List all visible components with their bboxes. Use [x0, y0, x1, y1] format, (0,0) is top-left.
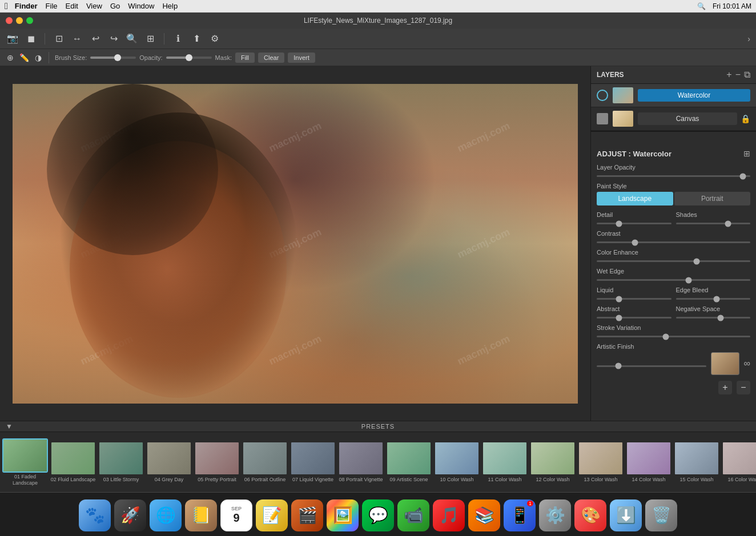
preset-item-16[interactable]: 16 Color Wash	[722, 441, 756, 483]
clear-button[interactable]: Clear	[258, 53, 284, 63]
dock-finder[interactable]: 🐾	[79, 499, 111, 531]
dock-launchpad[interactable]: 🚀	[114, 499, 146, 531]
share-icon[interactable]: ⬆	[190, 32, 203, 46]
color-enhance-slider[interactable]	[597, 260, 750, 262]
menu-edit[interactable]: Edit	[66, 2, 78, 10]
fit-icon[interactable]: ⊞	[143, 32, 157, 46]
landscape-button[interactable]: Landscape	[597, 192, 673, 205]
preset-item-10[interactable]: 10 Color Wash	[434, 441, 480, 483]
layer-watercolor[interactable]: Watercolor	[591, 84, 756, 107]
preset-item-5[interactable]: 05 Pretty Portrait	[194, 441, 240, 483]
menu-help[interactable]: Help	[162, 2, 178, 10]
close-button[interactable]	[6, 17, 13, 24]
portrait-button[interactable]: Portrait	[674, 192, 751, 205]
preset-item-6[interactable]: 06 Portrait Outline	[242, 441, 288, 483]
layer-visibility-canvas[interactable]	[597, 113, 608, 124]
brush-icon[interactable]: ✏️	[18, 52, 30, 63]
shades-thumb[interactable]	[725, 220, 731, 227]
watercolor-layer-button[interactable]: Watercolor	[638, 89, 750, 102]
dock-safari[interactable]: 🌐	[150, 499, 182, 531]
color-enhance-thumb[interactable]	[693, 258, 699, 264]
dock-messages[interactable]: 💬	[362, 499, 394, 531]
photos-icon[interactable]: 📷	[6, 32, 19, 46]
dock-books[interactable]: 📚	[468, 499, 500, 531]
dock-trash[interactable]: 🗑️	[645, 499, 677, 531]
abstract-thumb[interactable]	[616, 315, 622, 321]
wet-edge-slider[interactable]	[597, 279, 750, 281]
dock-music[interactable]: 🎵	[433, 499, 465, 531]
dock-downloads[interactable]: ⬇️	[610, 499, 642, 531]
fullscreen-button[interactable]	[26, 17, 33, 24]
redo-icon[interactable]: ↪	[107, 32, 120, 46]
negative-space-thumb[interactable]	[717, 315, 723, 321]
crop-icon[interactable]: ⊡	[52, 32, 66, 46]
move-icon[interactable]: ⊕	[6, 52, 15, 63]
add-button[interactable]: +	[718, 381, 732, 394]
preset-item-8[interactable]: 08 Portrait Vignette	[338, 441, 384, 483]
preset-item-7[interactable]: 07 Liquid Vignette	[290, 441, 336, 483]
liquid-slider[interactable]	[597, 298, 671, 300]
edge-bleed-thumb[interactable]	[714, 296, 720, 302]
menu-go[interactable]: Go	[110, 2, 120, 10]
contrast-thumb[interactable]	[632, 239, 638, 245]
layer-visibility-watercolor[interactable]	[597, 90, 608, 101]
abstract-slider[interactable]	[597, 317, 671, 319]
layer-canvas[interactable]: Canvas 🔒	[591, 107, 756, 131]
transform-icon[interactable]: ↔	[70, 32, 84, 46]
presets-toggle-button[interactable]: ▼	[6, 422, 13, 430]
preset-item-13[interactable]: 13 Color Wash	[578, 441, 624, 483]
preset-item-14[interactable]: 14 Color Wash	[626, 441, 671, 483]
expand-button[interactable]: ›	[747, 34, 750, 43]
preset-item-3[interactable]: 03 Little Stormy	[98, 441, 144, 483]
edge-bleed-slider[interactable]	[676, 298, 751, 300]
dock-pixelmator[interactable]: 🎨	[574, 499, 606, 531]
dock-calendar[interactable]: SEP 9	[220, 499, 252, 531]
preset-item-9[interactable]: 09 Artistic Scene	[386, 441, 432, 483]
preset-item-12[interactable]: 12 Color Wash	[530, 441, 576, 483]
undo-icon[interactable]: ↩	[89, 32, 102, 46]
preset-item-15[interactable]: 15 Color Wash	[674, 441, 719, 483]
brush-size-slider[interactable]	[90, 57, 136, 59]
shades-slider[interactable]	[676, 223, 751, 224]
menu-file[interactable]: File	[46, 2, 58, 10]
layers-icon[interactable]: ◼	[24, 32, 38, 46]
preset-item-11[interactable]: 11 Color Wash	[482, 441, 528, 483]
dock-keynote[interactable]: 🎬	[291, 499, 323, 531]
preset-item-4[interactable]: 04 Grey Day	[146, 441, 192, 483]
fill-button[interactable]: Fill	[235, 53, 255, 63]
artistic-finish-slider[interactable]	[597, 365, 706, 367]
detail-thumb[interactable]	[616, 220, 622, 227]
dock-notes[interactable]: 📝	[256, 499, 288, 531]
duplicate-layer-button[interactable]: ⧉	[744, 70, 750, 80]
stroke-variation-slider[interactable]	[597, 336, 750, 337]
contrast-slider[interactable]	[597, 241, 750, 243]
layer-opacity-thumb[interactable]	[739, 173, 746, 179]
dock-contacts[interactable]: 📒	[185, 499, 217, 531]
minimize-button[interactable]	[16, 17, 23, 24]
negative-space-slider[interactable]	[676, 317, 751, 319]
artistic-link-button[interactable]: ∞	[744, 358, 750, 369]
apple-menu[interactable]: 	[5, 1, 8, 11]
add-layer-button[interactable]: +	[726, 70, 731, 80]
opacity-thumb[interactable]	[186, 54, 192, 61]
info-icon[interactable]: ℹ	[171, 32, 185, 46]
detail-slider[interactable]	[597, 223, 671, 224]
adjust-settings-icon[interactable]: ⊞	[743, 149, 750, 158]
dock-appstore[interactable]: 📱 1	[504, 499, 536, 531]
layer-opacity-slider[interactable]	[597, 175, 750, 177]
remove-layer-button[interactable]: −	[735, 70, 741, 80]
wet-edge-thumb[interactable]	[686, 277, 692, 283]
tool-icon[interactable]: ◑	[34, 52, 43, 63]
dock-sysprefs[interactable]: ⚙️	[539, 499, 571, 531]
menu-window[interactable]: Window	[128, 2, 154, 10]
invert-button[interactable]: Invert	[288, 53, 315, 63]
menu-finder[interactable]: Finder	[15, 2, 38, 10]
dock-facetime[interactable]: 📹	[397, 499, 429, 531]
canvas-area[interactable]: macmj.com macmj.com macmj.com macmj.com …	[0, 66, 590, 421]
remove-button[interactable]: −	[737, 381, 750, 394]
opacity-slider[interactable]	[166, 57, 212, 59]
preset-item-1[interactable]: 01 Faded Landscape	[2, 438, 48, 486]
liquid-thumb[interactable]	[616, 296, 622, 302]
menu-view[interactable]: View	[86, 2, 102, 10]
settings-icon[interactable]: ⚙	[208, 32, 222, 46]
